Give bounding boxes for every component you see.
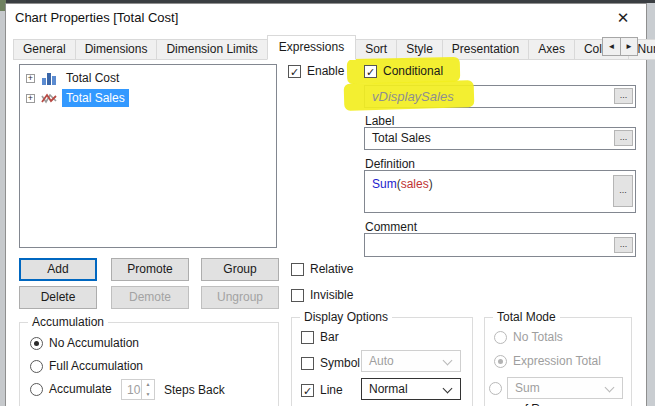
expression-total-label: Expression Total (513, 354, 601, 368)
radio-selected-icon[interactable] (494, 355, 507, 368)
comment-caption: Comment (365, 220, 417, 234)
expand-icon[interactable]: + (26, 94, 35, 103)
no-totals-radio[interactable]: No Totals (494, 330, 563, 344)
radio-unselected-icon[interactable] (30, 360, 43, 373)
full-accumulation-label: Full Accumulation (49, 359, 143, 373)
aggregate-select[interactable]: Sum (507, 377, 623, 399)
tab-general[interactable]: General (13, 39, 76, 60)
expression-total-radio[interactable]: Expression Total (494, 354, 601, 368)
conditional-label: Conditional (383, 64, 443, 78)
chevron-down-icon (605, 383, 615, 393)
tab-scroller-group: ◄ ► (602, 37, 638, 56)
definition-input[interactable]: Sum(sales) ... (364, 170, 636, 213)
display-options-title: Display Options (300, 310, 392, 324)
accumulate-radio[interactable]: Accumulate (30, 382, 112, 396)
promote-button[interactable]: Promote (111, 258, 189, 281)
line-label: Line (320, 383, 343, 397)
conditional-expression-value: vDisplaySales (372, 89, 454, 104)
expression-list[interactable]: + Total Cost + Total Sales (19, 64, 277, 248)
tab-scroll-left-icon[interactable]: ◄ (603, 38, 620, 55)
checkbox-checked-icon[interactable]: ✓ (301, 384, 314, 397)
tab-dimensions[interactable]: Dimensions (75, 39, 158, 60)
checkbox-unchecked-icon[interactable] (301, 331, 314, 344)
label-value: Total Sales (372, 131, 431, 145)
no-totals-label: No Totals (513, 330, 563, 344)
symbol-label: Symbol (320, 356, 360, 370)
line-checkbox[interactable]: ✓ Line (301, 383, 343, 397)
ellipsis-button[interactable]: ... (614, 88, 633, 104)
screen: Chart Properties [Total Cost] ✕ General … (0, 0, 655, 406)
delete-button[interactable]: Delete (19, 286, 97, 309)
full-accumulation-radio[interactable]: Full Accumulation (30, 359, 143, 373)
stepper-arrows: ▲ ▼ (141, 380, 154, 399)
steps-back-value: 10 (127, 383, 140, 397)
symbol-style-value: Auto (369, 354, 394, 368)
radio-unselected-icon[interactable] (494, 331, 507, 344)
aggregate-value: Sum (515, 381, 540, 395)
symbol-style-select[interactable]: Auto (361, 350, 461, 372)
comment-input[interactable]: ... (364, 233, 636, 257)
tab-scroll-right-icon[interactable]: ► (620, 38, 637, 55)
ellipsis-button[interactable]: ... (614, 130, 633, 146)
line-chart-icon (41, 92, 57, 105)
enable-checkbox[interactable]: ✓ Enable (288, 64, 344, 78)
radio-unselected-icon[interactable] (489, 382, 502, 395)
checkbox-checked-icon[interactable]: ✓ (364, 65, 377, 78)
tab-axes[interactable]: Axes (528, 39, 575, 60)
chart-properties-dialog: Chart Properties [Total Cost] ✕ General … (5, 3, 647, 406)
bar-label: Bar (320, 330, 339, 344)
tab-strip: General Dimensions Dimension Limits Expr… (13, 34, 638, 60)
list-item[interactable]: + Total Cost (20, 68, 276, 88)
definition-caption: Definition (365, 157, 415, 171)
tab-sort[interactable]: Sort (355, 39, 397, 60)
expression-item-label[interactable]: Total Cost (62, 69, 123, 87)
checkbox-unchecked-icon[interactable] (291, 289, 304, 302)
radio-unselected-icon[interactable] (30, 383, 43, 396)
list-item[interactable]: + Total Sales (20, 88, 276, 108)
spinner-down-icon[interactable]: ▼ (142, 390, 154, 400)
relative-checkbox[interactable]: Relative (291, 262, 353, 276)
relative-label: Relative (310, 262, 353, 276)
invisible-label: Invisible (310, 288, 353, 302)
definition-value: Sum(sales) (372, 177, 433, 191)
checkbox-unchecked-icon[interactable] (291, 263, 304, 276)
label-input[interactable]: Total Sales ... (364, 127, 636, 150)
group-button[interactable]: Group (201, 258, 279, 281)
steps-back-label: Steps Back (164, 383, 225, 397)
label-caption: Label (365, 114, 394, 128)
conditional-checkbox[interactable]: ✓ Conditional (364, 64, 443, 78)
title-bar[interactable]: Chart Properties [Total Cost] ✕ (6, 4, 646, 32)
line-style-value: Normal (369, 382, 408, 396)
expression-item-label[interactable]: Total Sales (62, 89, 129, 107)
tab-expressions[interactable]: Expressions (267, 35, 356, 60)
radio-selected-icon[interactable] (30, 337, 43, 350)
enable-label: Enable (307, 64, 344, 78)
total-mode-title: Total Mode (493, 310, 560, 324)
chevron-down-icon (443, 356, 453, 366)
line-style-select[interactable]: Normal (361, 378, 461, 400)
close-icon[interactable]: ✕ (610, 7, 636, 29)
expand-icon[interactable]: + (26, 74, 35, 83)
ungroup-button[interactable]: Ungroup (201, 286, 279, 309)
bar-checkbox[interactable]: Bar (301, 330, 339, 344)
symbol-checkbox[interactable]: Symbol (301, 356, 360, 370)
invisible-checkbox[interactable]: Invisible (291, 288, 353, 302)
chevron-down-icon (443, 384, 453, 394)
ellipsis-button[interactable]: ... (613, 175, 633, 207)
of-rows-label: of Rows (518, 402, 561, 406)
steps-back-stepper[interactable]: 10 ▲ ▼ (121, 379, 155, 400)
tabs: General Dimensions Dimension Limits Expr… (13, 35, 655, 60)
accumulate-label: Accumulate (49, 382, 112, 396)
no-accumulation-label: No Accumulation (49, 336, 139, 350)
ellipsis-button[interactable]: ... (614, 237, 633, 253)
bar-chart-icon (41, 72, 57, 85)
demote-button[interactable]: Demote (111, 286, 189, 309)
spinner-up-icon[interactable]: ▲ (142, 380, 154, 390)
no-accumulation-radio[interactable]: No Accumulation (30, 336, 139, 350)
dialog-title: Chart Properties [Total Cost] (15, 10, 178, 25)
checkbox-checked-icon[interactable]: ✓ (288, 65, 301, 78)
aggregate-radio[interactable] (489, 382, 502, 395)
tab-dimension-limits[interactable]: Dimension Limits (156, 39, 267, 60)
checkbox-unchecked-icon[interactable] (301, 357, 314, 370)
add-button[interactable]: Add (19, 258, 97, 281)
